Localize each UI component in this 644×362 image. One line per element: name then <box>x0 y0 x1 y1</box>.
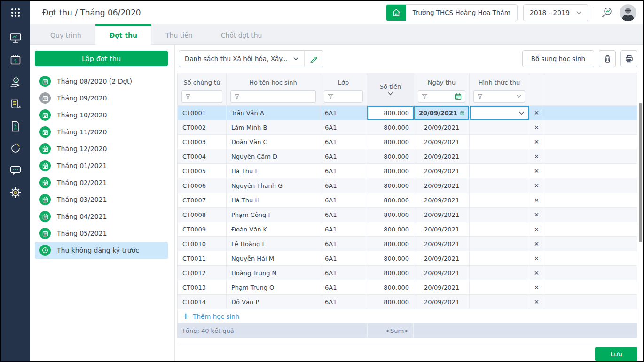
col-header-so-tien[interactable]: Số tiền <box>367 73 414 106</box>
nav-rail-icons: $ $ <box>8 31 23 200</box>
filter-ngay-thu[interactable] <box>418 90 465 103</box>
summary-row: Tổng: 40 kết quả <Sum> <box>177 323 637 338</box>
table-row[interactable]: CT0013Phạm Trung O6A1800.00020/09/2021✕ <box>178 280 637 295</box>
cell-method <box>470 193 529 207</box>
app-grid-icon[interactable] <box>1 1 30 24</box>
cell-date: 20/09/2021 <box>414 149 470 163</box>
table-row[interactable]: CT0008Phạm Công I6A1800.00020/09/2021✕ <box>178 208 637 222</box>
filter-hinh-thuc-thu[interactable] <box>473 90 525 103</box>
print-icon[interactable] <box>620 50 637 67</box>
filter-lop[interactable] <box>324 90 363 103</box>
cell-amount: 800.000 <box>367 135 414 149</box>
cell-amount-input[interactable]: 800.000 <box>367 106 414 120</box>
period-item[interactable]: Tháng 09/2020 <box>35 90 168 107</box>
cell-student-name: Phạm Trung O <box>227 280 320 294</box>
tab-chot-dot-thu[interactable]: Chốt đợt thu <box>207 24 276 44</box>
pie-chart-icon[interactable] <box>8 141 23 155</box>
cell-class: 6A1 <box>320 178 367 193</box>
table-row[interactable]: CT0012Hoàng Trung N6A1800.00020/09/2021✕ <box>178 266 637 280</box>
table-row[interactable]: CT0001Trần Văn A6A1800.00020/09/2021✕ <box>178 106 637 120</box>
table-row[interactable]: CT0004Nguyễn Cấm D6A1800.00020/09/2021✕ <box>178 149 637 164</box>
period-item[interactable]: Tháng 01/2021 <box>35 157 168 174</box>
filter-ho-ten[interactable] <box>230 90 316 103</box>
delete-row-icon[interactable]: ✕ <box>534 299 539 306</box>
messages-icon[interactable] <box>8 163 23 177</box>
col-header-ngay-thu: Ngày thu <box>414 73 470 106</box>
table-row[interactable]: CT0007Hà Thu H6A1800.00020/09/2021✕ <box>178 193 637 208</box>
cell-delete: ✕ <box>529 295 544 309</box>
period-item[interactable]: Tháng 04/2021 <box>35 208 168 225</box>
cell-method <box>470 266 529 280</box>
vertical-scrollbar[interactable] <box>639 103 642 242</box>
calendar-icon[interactable] <box>455 93 462 100</box>
delete-row-icon[interactable]: ✕ <box>534 211 539 218</box>
period-item[interactable]: Tháng 10/2020 <box>35 107 168 123</box>
cell-student-name: Hà Thu E <box>227 164 320 178</box>
dashboard-icon[interactable] <box>8 31 23 45</box>
school-selector[interactable]: Trường THCS Hoàng Hoa Thám <box>386 4 518 21</box>
delete-row-icon[interactable]: ✕ <box>534 124 539 131</box>
edit-pencil-icon[interactable] <box>304 50 323 67</box>
bottom-bar: Lưu <box>177 342 637 361</box>
cell-date: 20/09/2021 <box>414 178 470 193</box>
delete-row-icon[interactable]: ✕ <box>534 240 539 247</box>
delete-row-icon[interactable]: ✕ <box>534 109 539 116</box>
add-student-row[interactable]: + Thêm học sinh <box>177 309 637 323</box>
save-button[interactable]: Lưu <box>595 347 637 361</box>
funnel-icon <box>477 94 483 100</box>
calendar-money-icon[interactable]: $ <box>8 53 23 67</box>
delete-row-icon[interactable]: ✕ <box>534 226 539 233</box>
period-item[interactable]: Tháng 12/2020 <box>35 140 168 157</box>
cell-class: 6A1 <box>320 193 367 207</box>
cell-method-dropdown[interactable] <box>470 106 529 120</box>
table-row[interactable]: CT0003Đoàn Văn C6A1800.00020/09/2021✕ <box>178 135 637 149</box>
cell-voucher-code: CT0011 <box>178 251 227 265</box>
delete-row-icon[interactable]: ✕ <box>534 197 539 204</box>
filter-so-chung-tu[interactable] <box>181 90 222 103</box>
table-row[interactable]: CT0011Nguyễn Hải M6A1800.00020/09/2021✕ <box>178 251 637 266</box>
school-year-dropdown[interactable]: 2018 - 2019 <box>523 4 588 21</box>
fee-list-dropdown[interactable]: Danh sách thu Xã hội hóa, Xây... <box>179 50 323 67</box>
delete-row-icon[interactable]: ✕ <box>534 255 539 262</box>
table-row[interactable]: CT0002Lâm Minh B6A1800.00020/09/2021✕ <box>178 120 637 135</box>
tab-thu-tien[interactable]: Thu tiền <box>151 24 207 44</box>
topbar-right: Trường THCS Hoàng Hoa Thám 2018 - 2019 <box>386 4 636 21</box>
delete-row-icon[interactable]: ✕ <box>534 153 539 160</box>
period-item[interactable]: Tháng 11/2020 <box>35 123 168 140</box>
tab-quy-trinh[interactable]: Quy trình <box>36 24 95 44</box>
period-item[interactable]: Thu không đăng ký trước <box>35 242 168 259</box>
receipt-icon[interactable] <box>8 97 23 111</box>
user-avatar[interactable] <box>620 4 636 21</box>
search-analytics-icon[interactable] <box>600 6 614 20</box>
table-row[interactable]: CT0009Đoàn Văn K6A1800.00020/09/2021✕ <box>178 222 637 237</box>
cell-date-input[interactable]: 20/09/2021 <box>414 106 470 120</box>
period-item[interactable]: Tháng 03/2021 <box>35 191 168 208</box>
delete-row-icon[interactable]: ✕ <box>534 284 539 291</box>
table-row[interactable]: CT0006Nguyễn Thanh G6A1800.00020/09/2021… <box>178 178 637 193</box>
cell-voucher-code: CT0008 <box>178 208 227 222</box>
period-item[interactable]: Tháng 08/2020 (2 Đợt) <box>35 73 168 90</box>
cell-class: 6A1 <box>320 164 367 178</box>
tab-dot-thu[interactable]: Đợt thu <box>95 24 152 45</box>
period-item[interactable]: Tháng 02/2021 <box>35 174 168 191</box>
cell-voucher-code: CT0007 <box>178 193 227 207</box>
svg-text:$: $ <box>14 123 17 128</box>
cell-student-name: Lâm Minh B <box>227 120 320 134</box>
table-row[interactable]: CT0005Hà Thu E6A1800.00020/09/2021✕ <box>178 164 637 178</box>
period-item[interactable]: Tháng 05/2021 <box>35 225 168 242</box>
table-row[interactable]: CT0014Đỗ Văn P6A1800.00020/09/2021✕ <box>178 295 637 309</box>
delete-row-icon[interactable]: ✕ <box>534 182 539 189</box>
table-row[interactable]: CT0010Lê Hoàng L6A1800.00020/09/2021✕ <box>178 237 637 251</box>
cell-amount: 800.000 <box>367 178 414 193</box>
delete-row-icon[interactable]: ✕ <box>534 168 539 175</box>
delete-trash-icon[interactable] <box>599 50 616 67</box>
invoice-money-icon[interactable]: $ <box>8 119 23 133</box>
create-period-button[interactable]: Lập đợt thu <box>35 51 168 66</box>
settings-gear-icon[interactable] <box>8 185 23 200</box>
delete-row-icon[interactable]: ✕ <box>534 270 539 277</box>
home-icon[interactable] <box>386 4 406 21</box>
collect-money-icon[interactable]: $ <box>8 75 23 89</box>
delete-row-icon[interactable]: ✕ <box>534 139 539 146</box>
cell-class: 6A1 <box>320 280 367 294</box>
add-students-button[interactable]: Bổ sung học sinh <box>522 50 594 67</box>
